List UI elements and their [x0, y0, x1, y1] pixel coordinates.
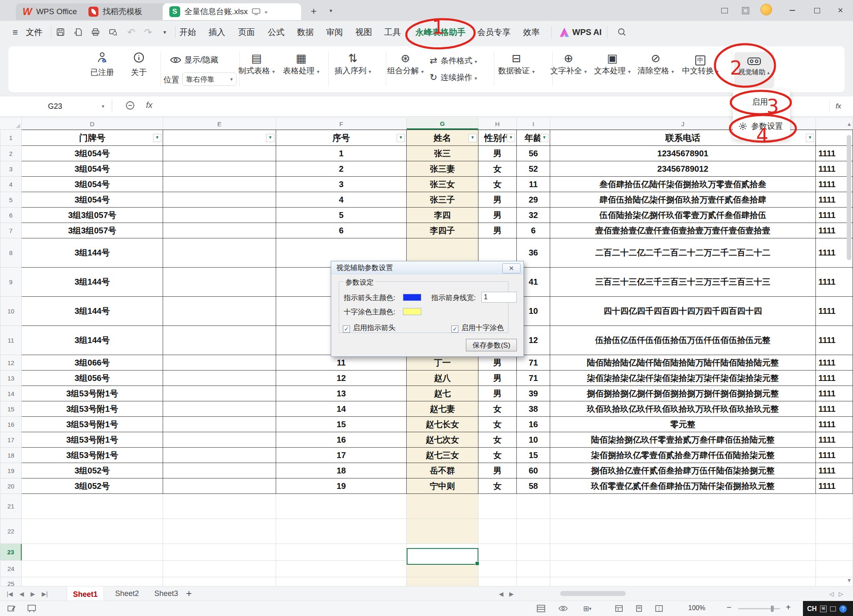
- row-header-9[interactable]: 9: [0, 268, 22, 297]
- dialog-title-bar[interactable]: 视觉辅助参数设置: [331, 261, 523, 274]
- cell-H5[interactable]: 男: [478, 192, 517, 208]
- hscroll-right2-icon[interactable]: ▷: [839, 591, 843, 597]
- tab-document[interactable]: S 全量信息台账.xlsx ●: [163, 3, 301, 20]
- text-process-button[interactable]: ▣ 文本处理 ▾: [587, 51, 637, 76]
- row-header-21[interactable]: 21: [0, 494, 22, 519]
- cell-E24[interactable]: [163, 561, 276, 577]
- cell-D23[interactable]: [22, 544, 163, 561]
- hscroll-left-icon[interactable]: ◀: [499, 591, 503, 597]
- conditional-format-button[interactable]: ⇄ 条件格式 ▾: [430, 55, 477, 66]
- data-validation-button[interactable]: ⊟ 数据验证 ▾: [491, 51, 541, 76]
- cell-J13[interactable]: 柒佰柒拾柒亿柒仟柒佰柒拾柒万柒仟柒佰柒拾柒元整: [550, 371, 816, 386]
- sheet-tab-sheet2[interactable]: Sheet2: [109, 586, 145, 601]
- header-cell-F1[interactable]: 序号▼: [276, 130, 407, 146]
- menu-item-tools[interactable]: 工具: [384, 21, 401, 44]
- cell-F19[interactable]: 18: [276, 463, 407, 478]
- row-header-12[interactable]: 12: [0, 355, 22, 371]
- cell-I13[interactable]: 71: [517, 371, 550, 386]
- enable-cross-checkbox[interactable]: ✓: [451, 326, 458, 333]
- cell-F25[interactable]: [276, 577, 407, 586]
- cell-G6[interactable]: 李四: [407, 208, 478, 223]
- vertical-scroll-thumb[interactable]: [847, 135, 851, 260]
- cell-G16[interactable]: 赵七长女: [407, 417, 478, 432]
- cell-G17[interactable]: 赵七次女: [407, 432, 478, 448]
- header-cell-D1[interactable]: 门牌号▼: [22, 130, 163, 146]
- cell-G22[interactable]: [407, 519, 478, 544]
- cell-J9[interactable]: 三百三十三亿三千三百三十三万三千三百三十三: [550, 268, 816, 297]
- header-cell-E1[interactable]: ▼: [163, 130, 276, 146]
- row-header-19[interactable]: 19: [0, 463, 22, 478]
- cell-J16[interactable]: 零元整: [550, 417, 816, 432]
- cell-E3[interactable]: [163, 161, 276, 177]
- ime-indicator[interactable]: CH 簡 ?: [803, 601, 853, 616]
- cell-H4[interactable]: 女: [478, 177, 517, 192]
- row-header-15[interactable]: 15: [0, 401, 22, 417]
- cell-I19[interactable]: 60: [517, 463, 550, 478]
- cell-I16[interactable]: 16: [517, 417, 550, 432]
- cell-E14[interactable]: [163, 386, 276, 401]
- header-cell-G1[interactable]: 姓名▼: [407, 130, 478, 146]
- cell-G4[interactable]: 张三女: [407, 177, 478, 192]
- cell-I4[interactable]: 11: [517, 177, 550, 192]
- filter-icon[interactable]: ▼: [540, 134, 549, 142]
- sheet-tab-sheet3[interactable]: Sheet3: [148, 586, 184, 601]
- search-icon[interactable]: [616, 26, 628, 38]
- enable-cross-checkbox-row[interactable]: ✓启用十字涂色: [451, 323, 504, 333]
- combine-split-button[interactable]: ⊛ 组合分解 ▾: [380, 51, 430, 76]
- cell-E21[interactable]: [163, 494, 276, 519]
- cell-D15[interactable]: 3组53号附1号: [22, 401, 163, 417]
- cell-D19[interactable]: 3组052号: [22, 463, 163, 478]
- page-layout-view-icon[interactable]: [633, 603, 645, 613]
- cell-J3[interactable]: 23456789012: [550, 161, 816, 177]
- cell-F24[interactable]: [276, 561, 407, 577]
- cell-D5[interactable]: 3组054号: [22, 192, 163, 208]
- cell-E22[interactable]: [163, 519, 276, 544]
- cell-I25[interactable]: [517, 577, 550, 586]
- page-break-view-icon[interactable]: [653, 603, 665, 613]
- new-tab-button[interactable]: +: [311, 5, 317, 17]
- record-form-icon[interactable]: [535, 603, 547, 613]
- row-header-18[interactable]: 18: [0, 448, 22, 463]
- cell-D8[interactable]: 3组144号: [22, 238, 163, 268]
- function-panel-toggle[interactable]: fx: [829, 100, 847, 113]
- cell-H17[interactable]: 女: [478, 432, 517, 448]
- row-header-22[interactable]: 22: [0, 519, 22, 544]
- cell-F4[interactable]: 3: [276, 177, 407, 192]
- undo-icon[interactable]: ↶: [125, 26, 138, 38]
- cell-I6[interactable]: 32: [517, 208, 550, 223]
- cell-G3[interactable]: 张三妻: [407, 161, 478, 177]
- arrow-width-input[interactable]: 1: [481, 292, 517, 303]
- cell-I12[interactable]: 71: [517, 355, 550, 371]
- cell-D25[interactable]: [22, 577, 163, 586]
- cell-J22[interactable]: [550, 519, 816, 544]
- quickbar-dropdown-icon[interactable]: ▾: [159, 26, 171, 38]
- select-all-corner[interactable]: [0, 118, 22, 130]
- row-header-17[interactable]: 17: [0, 432, 22, 448]
- chinese-convert-button[interactable]: 中 中文转换 ▾: [675, 51, 725, 76]
- cell-D18[interactable]: 3组53号附1号: [22, 448, 163, 463]
- cell-H12[interactable]: 男: [478, 355, 517, 371]
- cell-I7[interactable]: 6: [517, 223, 550, 238]
- print-icon[interactable]: [89, 26, 102, 38]
- cell-G15[interactable]: 赵七妻: [407, 401, 478, 417]
- menu-item-insert[interactable]: 插入: [209, 21, 225, 44]
- cell-F12[interactable]: 11: [276, 355, 407, 371]
- row-header-2[interactable]: 2: [0, 146, 22, 161]
- cell-E6[interactable]: [163, 208, 276, 223]
- filter-icon[interactable]: ▼: [468, 134, 477, 142]
- cell-J19[interactable]: 捌佰玖拾亿壹仟贰佰叁拾肆万伍仟陆佰柒拾捌元整: [550, 463, 816, 478]
- row-header-25[interactable]: 25: [0, 577, 22, 586]
- cell-J7[interactable]: 壹佰壹拾壹亿壹仟壹佰壹拾壹万壹仟壹佰壹拾壹: [550, 223, 816, 238]
- smart-lookup-icon[interactable]: [125, 100, 135, 113]
- cell-D2[interactable]: 3组054号: [22, 146, 163, 161]
- cell-F14[interactable]: 13: [276, 386, 407, 401]
- app-box-icon[interactable]: [739, 5, 752, 16]
- enable-arrow-checkbox-row[interactable]: ✓启用指示箭头: [343, 323, 395, 333]
- help-icon[interactable]: ?: [839, 605, 847, 613]
- cell-D9[interactable]: 3组144号: [22, 268, 163, 297]
- cell-F17[interactable]: 16: [276, 432, 407, 448]
- cell-F6[interactable]: 5: [276, 208, 407, 223]
- cell-J15[interactable]: 玖佰玖拾玖亿玖仟玖佰玖拾玖万玖仟玖佰玖拾玖元整: [550, 401, 816, 417]
- cell-I18[interactable]: 15: [517, 448, 550, 463]
- cell-G7[interactable]: 李四子: [407, 223, 478, 238]
